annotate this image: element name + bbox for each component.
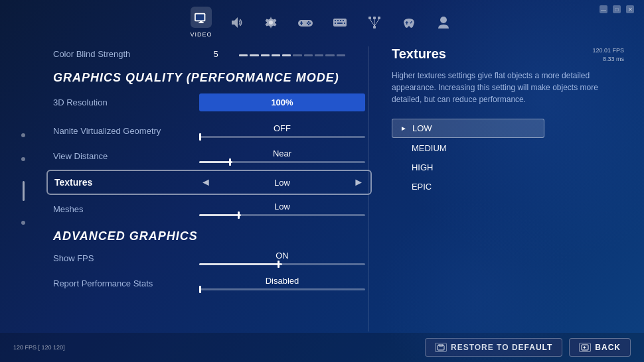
bottom-buttons: RESTORE TO DEFAULT BACK <box>425 338 631 357</box>
nav-item-controller[interactable] <box>295 12 316 33</box>
fps-badge: 120.01 FPS 8.33 ms <box>592 46 624 63</box>
svg-point-34 <box>440 17 447 23</box>
dropdown-label-low: LOW <box>412 123 432 133</box>
video-nav-label: VIDEO <box>190 31 212 38</box>
svg-point-12 <box>306 22 307 23</box>
user-icon <box>433 12 454 33</box>
meshes-value: Low <box>199 202 365 211</box>
svg-rect-1 <box>196 14 204 20</box>
meshes-slider[interactable] <box>199 214 365 216</box>
fps-value: 120.01 FPS <box>592 46 624 55</box>
report-stats-value: Disabled <box>199 276 365 286</box>
slider-seg-5 <box>282 54 291 56</box>
view-distance-slider[interactable] <box>199 161 365 163</box>
nav-item-video[interactable]: VIDEO <box>190 7 212 38</box>
slider-seg-6 <box>293 54 301 56</box>
network-icon <box>364 12 385 33</box>
video-icon <box>191 7 212 28</box>
report-stats-row: Report Performance Stats Disabled <box>46 272 372 294</box>
slider-seg-10 <box>337 54 345 56</box>
svg-point-13 <box>307 23 309 25</box>
gamepad-icon <box>398 12 420 33</box>
svg-rect-24 <box>373 17 376 19</box>
sidebar-dot-2 <box>21 157 25 161</box>
nav-item-settings[interactable] <box>260 12 282 33</box>
textures-next-arrow[interactable]: ► <box>353 176 364 188</box>
sidebar <box>0 46 46 312</box>
nav-item-user[interactable] <box>433 12 454 33</box>
svg-rect-16 <box>337 20 339 21</box>
fps-info: 120 FPS [ 120 120] <box>13 344 65 351</box>
nanite-value: OFF <box>199 123 365 133</box>
svg-rect-20 <box>335 23 336 24</box>
meshes-label: Meshes <box>53 204 199 214</box>
back-label: BACK <box>595 343 621 352</box>
textures-row[interactable]: Textures ◄ Low ► <box>46 170 372 195</box>
restore-default-label: RESTORE TO DEFAULT <box>451 343 552 352</box>
bottom-bar: 120 FPS [ 120 120] RESTORE TO DEFAULT BA… <box>0 333 644 362</box>
slider-seg-8 <box>315 54 323 56</box>
colorblind-value: 5 <box>199 49 232 59</box>
svg-point-11 <box>309 22 310 23</box>
show-fps-label: Show FPS <box>53 253 199 263</box>
slider-seg-2 <box>250 54 258 56</box>
svg-rect-17 <box>340 20 341 21</box>
svg-marker-39 <box>583 346 585 349</box>
dropdown-option-low[interactable]: ► LOW <box>392 119 544 138</box>
restore-icon <box>435 343 447 352</box>
svg-line-29 <box>374 19 379 26</box>
textures-nav: ◄ Low ► <box>201 176 364 188</box>
svg-rect-31 <box>405 22 408 23</box>
nav-item-gamepad[interactable] <box>398 12 420 33</box>
svg-rect-21 <box>337 23 343 24</box>
nanite-label: Nanite Virtualized Geometry <box>53 126 199 136</box>
controller-icon <box>295 12 316 33</box>
nav-item-keyboard[interactable] <box>329 12 351 33</box>
svg-rect-22 <box>344 23 345 24</box>
view-distance-row: View Distance Near <box>46 145 372 167</box>
svg-rect-9 <box>300 23 303 24</box>
colorblind-slider[interactable] <box>239 52 345 56</box>
resolution-value[interactable]: 100% <box>199 93 365 111</box>
svg-point-33 <box>410 22 411 23</box>
sidebar-dot-3 <box>21 221 25 225</box>
dropdown-option-high[interactable]: ► HIGH <box>392 158 544 176</box>
show-fps-row: Show FPS ON <box>46 247 372 269</box>
svg-point-10 <box>307 21 309 22</box>
resolution-row: 3D Resolution 100% <box>46 88 372 117</box>
nanite-row: Nanite Virtualized Geometry OFF <box>46 119 372 142</box>
graphics-section-header: GRAPHICS QUALITY (PERFORMANCE MODE) <box>46 64 372 88</box>
textures-prev-arrow[interactable]: ◄ <box>201 176 211 188</box>
restore-default-button[interactable]: RESTORE TO DEFAULT <box>425 338 562 357</box>
right-panel: 120.01 FPS 8.33 ms Textures Higher textu… <box>392 46 624 197</box>
dropdown-option-epic[interactable]: ► EPIC <box>392 178 544 196</box>
svg-rect-25 <box>378 17 380 19</box>
ms-value: 8.33 ms <box>592 55 624 64</box>
advanced-section-header: ADVANCED GRAPHICS <box>46 223 372 247</box>
dropdown-label-medium: MEDIUM <box>412 143 447 153</box>
nav-item-audio[interactable] <box>226 12 247 33</box>
top-navigation: VIDEO <box>0 0 644 41</box>
nav-item-network[interactable] <box>364 12 385 33</box>
main-content: Color Blind Strength 5 GRAPHICS QUALITY … <box>46 46 372 351</box>
show-fps-slider[interactable] <box>199 263 365 265</box>
panel-description: Higher textures settings give flat objec… <box>392 70 624 105</box>
audio-icon <box>226 12 247 33</box>
panel-title: Textures <box>392 46 624 62</box>
report-stats-slider[interactable] <box>199 288 365 290</box>
slider-seg-1 <box>239 54 248 56</box>
sidebar-dot-1 <box>21 133 25 137</box>
panel-divider <box>368 46 369 332</box>
nanite-slider[interactable] <box>199 136 365 138</box>
back-button[interactable]: BACK <box>569 338 631 357</box>
back-icon <box>579 343 591 352</box>
view-distance-value: Near <box>199 149 365 158</box>
svg-marker-5 <box>232 17 238 28</box>
gear-icon <box>260 12 282 33</box>
dropdown-option-medium[interactable]: ► MEDIUM <box>392 139 544 157</box>
dropdown-label-high: HIGH <box>412 162 434 172</box>
slider-seg-3 <box>261 54 270 56</box>
show-fps-value: ON <box>199 251 365 261</box>
resolution-label: 3D Resolution <box>53 97 199 107</box>
dropdown-arrow-low: ► <box>400 125 407 132</box>
